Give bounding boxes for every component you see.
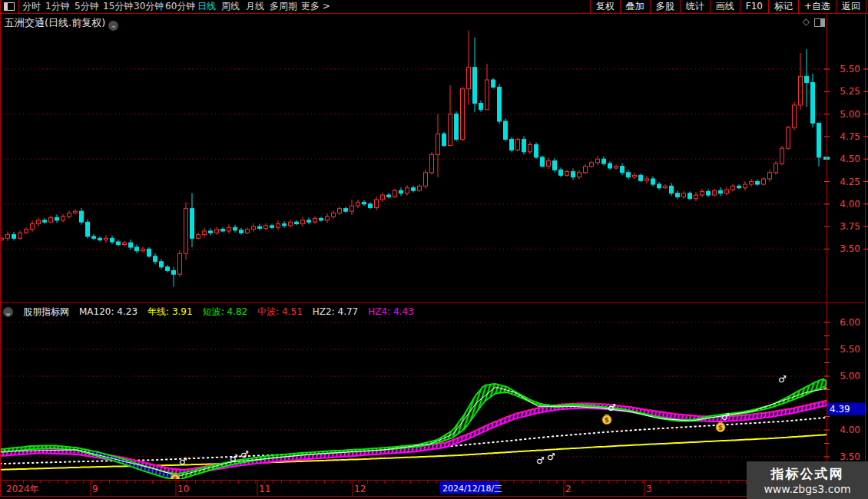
indicator-field-5: HZ2: 4.77 <box>313 306 358 318</box>
mars-marker: ♂ <box>547 451 555 462</box>
main-axis-label: 5.00 <box>840 109 860 120</box>
chart-canvas[interactable]: 5.505.255.004.754.504.254.003.753.50♂♂♂♂… <box>0 0 868 499</box>
watermark-title: 指标公式网 <box>771 465 844 482</box>
mars-marker: ♂ <box>536 455 545 466</box>
date-label: 2 <box>565 484 571 494</box>
main-axis-label: 4.25 <box>840 177 860 187</box>
price-tag-text: 4.39 <box>830 404 850 415</box>
date-label: 9 <box>92 484 98 494</box>
svg-text:$: $ <box>173 475 177 483</box>
mars-marker: ♂ <box>721 411 730 422</box>
main-axis-label: 4.00 <box>840 199 860 210</box>
main-axis-label: 3.50 <box>840 243 860 254</box>
main-axis-label: 5.50 <box>840 64 860 74</box>
date-label: 11 <box>259 484 270 494</box>
selected-date-text: 2024/12/18/三 <box>442 484 502 494</box>
mars-marker: ♂ <box>230 453 238 464</box>
indicator-field-2: 年线: 3.91 <box>147 306 193 318</box>
watermark: 指标公式网 www.zbgs3.com <box>747 461 868 499</box>
date-label: 10 <box>177 484 189 494</box>
indicator-price-axis: 6.005.505.004.003.504.39 <box>824 317 865 462</box>
app-window: 分时1分钟5分钟15分钟30分钟60分钟日线周线月线多周期更多 > 复权叠加多股… <box>0 0 868 499</box>
chevron-down-icon[interactable]: ⌄ <box>3 307 13 317</box>
indicator-field-1: MA120: 4.23 <box>79 306 137 318</box>
main-axis-label: 5.25 <box>840 86 860 97</box>
money-bag-icon: $ <box>716 422 725 432</box>
main-axis-label: 3.75 <box>840 221 860 232</box>
indicator-axis-label: 3.50 <box>840 451 860 462</box>
date-label: 2024年 <box>6 484 39 494</box>
indicator-axis-label: 4.00 <box>840 425 860 435</box>
mars-marker: ♂ <box>179 456 187 467</box>
indicator-source-label: 股朋指标网 <box>23 306 69 318</box>
indicator-field-3: 短波: 4.82 <box>203 306 248 318</box>
main-price-axis: 5.505.255.004.754.504.254.003.753.50 <box>823 64 868 254</box>
main-gridlines <box>0 69 827 249</box>
mars-marker: ♂ <box>778 374 787 385</box>
main-axis-label: 4.50 <box>840 154 860 164</box>
date-axis: 2024年9101112232024/12/18/三 <box>6 481 826 496</box>
mars-marker: ♂ <box>608 402 616 413</box>
svg-text:$: $ <box>605 416 609 424</box>
indicator-plot[interactable]: ♂♂♂♂♂♂♂♂$$$ <box>0 322 827 484</box>
indicator-axis-label: 6.00 <box>840 317 860 328</box>
indicator-axis-label: 5.00 <box>840 371 860 382</box>
date-label: 12 <box>354 484 366 494</box>
indicator-field-6: HZ4: 4.43 <box>368 306 413 318</box>
indicator-header: ⌄ 股朋指标网 MA120: 4.23年线: 3.91短波: 4.82中波: 4… <box>3 306 414 318</box>
money-bag-icon: $ <box>602 415 611 425</box>
indicator-axis-label: 5.50 <box>840 344 860 355</box>
mars-marker: ♂ <box>240 449 249 460</box>
watermark-url: www.zbgs3.com <box>764 482 850 496</box>
svg-text:$: $ <box>718 424 723 431</box>
indicator-field-4: 中波: 4.51 <box>257 306 303 318</box>
date-label: 3 <box>646 484 652 494</box>
main-axis-label: 4.75 <box>840 131 860 142</box>
